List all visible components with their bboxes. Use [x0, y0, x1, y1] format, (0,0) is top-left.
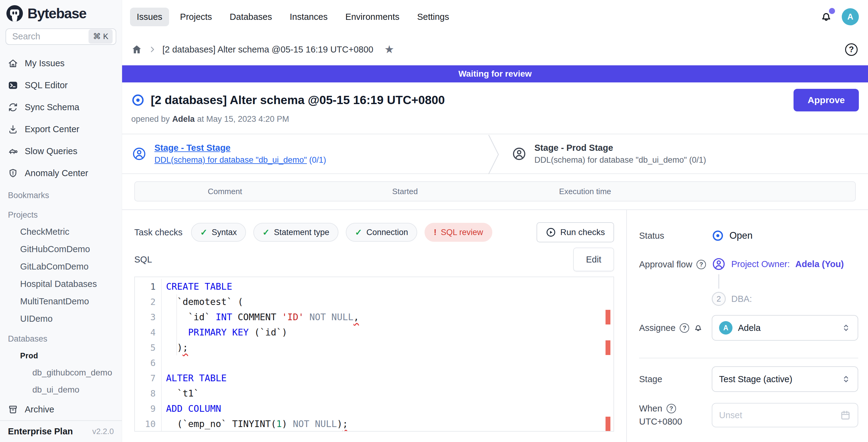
error-ruler-mark — [606, 417, 611, 431]
stage-task-link[interactable]: DDL(schema) for database "db_ui_demo" (0… — [154, 155, 326, 165]
approval-step-project-owner[interactable]: Project Owner: Adela (You) — [712, 257, 844, 271]
tab-environments[interactable]: Environments — [338, 8, 406, 26]
assignee-label: Assignee — [639, 323, 675, 333]
user-avatar[interactable]: A — [842, 8, 859, 25]
bell-icon[interactable] — [693, 323, 703, 333]
assignee-select[interactable]: A Adela — [712, 315, 858, 341]
tab-projects[interactable]: Projects — [173, 8, 219, 26]
code-line: 8 `t1` — [135, 386, 614, 401]
stage-prod-stage[interactable]: Stage - Prod Stage DDL(schema) for datab… — [502, 134, 868, 173]
approval-step-dba: 2 DBA: — [712, 292, 844, 306]
stage-pipeline: Stage - Test Stage DDL(schema) for datab… — [122, 134, 868, 174]
sidebar-section-projects: Projects — [0, 203, 122, 223]
sidebar-db-githubcom-demo[interactable]: db_githubcom_demo — [0, 364, 122, 381]
sidebar-item-export-center[interactable]: Export Center — [0, 118, 122, 140]
sidebar-project-checkmetric[interactable]: CheckMetric — [0, 223, 122, 241]
sidebar-project-multitenantdemo[interactable]: MultiTenantDemo — [0, 293, 122, 310]
tab-settings[interactable]: Settings — [410, 8, 456, 26]
plan-name: Enterprise Plan — [8, 427, 73, 437]
check-label: Statement type — [274, 228, 329, 237]
check-pass-icon: ✓ — [262, 227, 270, 238]
code-line: 4 PRIMARY KEY (`id`) — [135, 325, 614, 340]
stage-label: Stage — [639, 374, 662, 384]
review-status-banner: Waiting for review — [122, 65, 868, 83]
check-sql-review[interactable]: ! SQL review — [425, 223, 492, 242]
notification-dot — [829, 8, 835, 14]
sidebar-project-hospital-databases[interactable]: Hospital Databases — [0, 275, 122, 293]
approve-button[interactable]: Approve — [794, 89, 859, 112]
tab-databases[interactable]: Databases — [223, 8, 279, 26]
main-area: Issues Projects Databases Instances Envi… — [122, 0, 868, 442]
person-circle-icon — [512, 147, 526, 161]
search-shortcut: ⌘ K — [89, 29, 113, 44]
help-icon[interactable]: ? — [845, 43, 858, 56]
play-circle-icon — [546, 227, 556, 238]
sql-header-row: SQL Edit — [134, 247, 614, 272]
sidebar-item-archive[interactable]: Archive — [0, 398, 122, 420]
sidebar-item-label: My Issues — [25, 58, 65, 68]
sql-label: SQL — [134, 255, 152, 265]
bookmark-star-icon[interactable]: ★ — [384, 44, 394, 55]
tab-issues[interactable]: Issues — [130, 8, 169, 26]
when-timezone: UTC+0800 — [639, 417, 712, 427]
sidebar-item-sync-schema[interactable]: Sync Schema — [0, 96, 122, 118]
check-syntax[interactable]: ✓ Syntax — [191, 223, 246, 242]
stage-separator-chevron — [488, 134, 502, 175]
when-label: When — [639, 404, 662, 414]
question-circle-icon[interactable]: ? — [696, 260, 706, 269]
approval-flow: Project Owner: Adela (You) 2 DBA: — [712, 257, 844, 306]
sidebar-project-uidemo[interactable]: UIDemo — [0, 310, 122, 327]
sidebar-item-anomaly-center[interactable]: Anomaly Center — [0, 162, 122, 184]
task-checks-label: Task checks — [134, 227, 183, 238]
run-checks-button[interactable]: Run checks — [536, 222, 614, 242]
sidebar-item-my-issues[interactable]: My Issues — [0, 52, 122, 74]
question-circle-icon[interactable]: ? — [666, 404, 676, 413]
sidebar-item-label: SQL Editor — [25, 80, 68, 90]
panel-divider — [639, 358, 858, 358]
sidebar-project-gitlabcomdemo[interactable]: GitLabComDemo — [0, 258, 122, 275]
turtle-icon — [8, 146, 18, 156]
check-statement-type[interactable]: ✓ Statement type — [253, 223, 338, 242]
approval-flow-label: Approval flow — [639, 259, 692, 270]
home-icon[interactable] — [131, 44, 142, 55]
edit-sql-button[interactable]: Edit — [573, 248, 614, 272]
chevron-up-down-icon — [841, 374, 851, 384]
stage-select-row: Stage Test Stage (active) — [639, 366, 858, 392]
sidebar-item-sql-editor[interactable]: SQL Editor — [0, 74, 122, 96]
check-fail-icon: ! — [434, 228, 436, 237]
check-connection[interactable]: ✓ Connection — [346, 223, 417, 242]
status-open-icon — [712, 229, 724, 242]
status-row: Status Open — [639, 229, 858, 242]
opened-suffix: at May 15, 2023 4:20 PM — [197, 115, 289, 124]
when-row: When ? UTC+0800 Unset — [639, 403, 858, 428]
issue-meta: opened by Adela at May 15, 2023 4:20 PM — [131, 114, 859, 125]
search-placeholder: Search — [12, 31, 89, 41]
notifications-button[interactable] — [820, 10, 833, 23]
sidebar-section-bookmarks: Bookmarks — [0, 184, 122, 203]
sidebar-db-ui-demo[interactable]: db_ui_demo — [0, 381, 122, 398]
task-detail-panel: Task checks ✓ Syntax ✓ Statement type ✓ … — [122, 210, 626, 442]
tab-instances[interactable]: Instances — [283, 8, 334, 26]
bytebase-logo[interactable]: Bytebase — [0, 0, 122, 27]
assignee-row: Assignee ? A Adela — [639, 315, 858, 341]
code-line: 2 `demotest` ( — [135, 294, 614, 310]
stage-select[interactable]: Test Stage (active) — [712, 366, 858, 392]
archive-icon — [8, 405, 18, 414]
stage-test-stage[interactable]: Stage - Test Stage DDL(schema) for datab… — [122, 134, 488, 173]
stage-title[interactable]: Stage - Test Stage — [154, 143, 326, 153]
sidebar-project-githubcomdemo[interactable]: GitHubComDemo — [0, 241, 122, 258]
issue-open-icon — [131, 93, 145, 107]
question-circle-icon[interactable]: ? — [680, 323, 689, 333]
issue-author[interactable]: Adela — [172, 115, 195, 124]
chevron-up-down-icon — [841, 323, 851, 333]
column-execution-time: Execution time — [495, 187, 675, 196]
bytebase-logo-icon — [6, 5, 23, 22]
approval-role: Project Owner: — [731, 259, 790, 269]
sidebar-item-slow-queries[interactable]: Slow Queries — [0, 140, 122, 162]
sidebar-section-databases: Databases — [0, 327, 122, 347]
search-input[interactable]: Search ⌘ K — [5, 28, 116, 45]
bytebase-app: Bytebase Search ⌘ K My Issues SQL Editor… — [0, 0, 868, 442]
error-ruler-mark — [606, 340, 611, 355]
sql-editor[interactable]: 1CREATE TABLE2 `demotest` (3 `id` INT CO… — [134, 277, 614, 432]
when-datetime-input[interactable]: Unset — [712, 403, 858, 428]
